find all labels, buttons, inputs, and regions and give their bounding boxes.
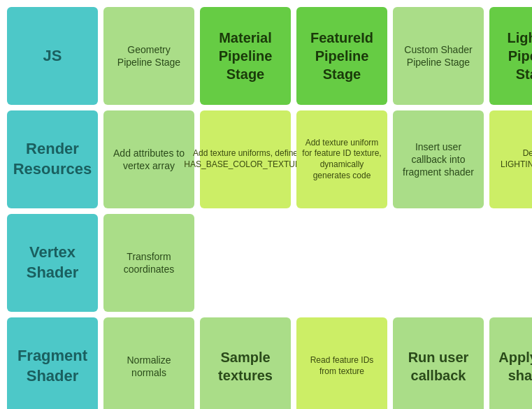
geometry-pipeline: Geometry Pipeline Stage [103,7,194,105]
custom-shader-pipeline: Custom Shader Pipeline Stage [393,7,484,105]
featureid-pipeline: FeatureId Pipeline Stage [296,7,387,105]
empty3 [393,214,484,312]
lighting-pipeline: Lighting Pipeline Stage [489,7,532,105]
material-pipeline: Material Pipeline Stage [200,7,291,105]
add-texture-uniforms: Add texture uniforms, define HAS_BASE_CO… [200,110,291,208]
define-lighting: Define LIGHTING_UNLIT [489,110,532,208]
read-feature-ids: Read feature IDs from texture [296,317,387,409]
js-label: JS [7,7,98,105]
vertex-shader: Vertex Shader [7,214,98,312]
empty2 [296,214,387,312]
normalize-normals: Normalize normals [103,317,194,409]
add-attributes: Add attributes to vertex array [103,110,194,208]
add-texture-uniform-feature: Add texture uniform for feature ID textu… [296,110,387,208]
render-resources: Render Resources [7,110,98,208]
insert-user-callback: Insert user callback into fragment shade… [393,110,484,208]
transform-coords: Transform coordinates [103,214,194,312]
sample-textures: Sample textures [200,317,291,409]
fragment-shader: Fragment Shader [7,317,98,409]
run-user-callback: Run user callback [393,317,484,409]
empty1 [200,214,291,312]
pipeline-grid: JSGeometry Pipeline StageMaterial Pipeli… [0,0,532,409]
empty4 [489,214,532,312]
apply-unlit-shading: Apply unlit shading [489,317,532,409]
